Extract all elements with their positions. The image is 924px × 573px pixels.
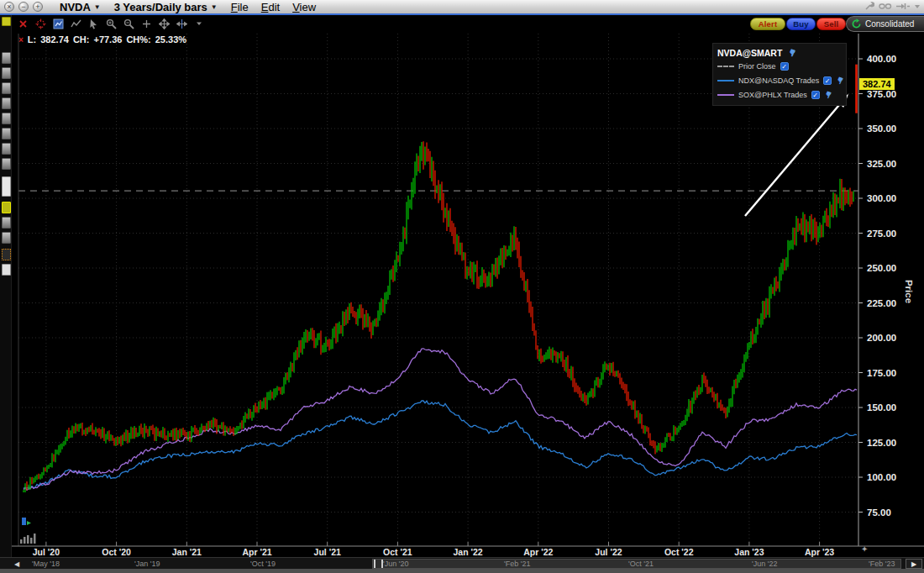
- pan-icon[interactable]: [158, 18, 170, 29]
- time-scrollbar[interactable]: ◀ 'May '18'Jan '19'Oct '19'Jun '20'Feb '…: [0, 557, 924, 569]
- date-tick-label: Oct '21: [383, 547, 412, 557]
- hand-cursor-icon[interactable]: ☛: [787, 47, 798, 58]
- menu-view[interactable]: View: [292, 1, 316, 13]
- window-bottom-edge: [0, 569, 924, 573]
- legend-item: SOX@PHLX Trades✓☛: [717, 87, 842, 102]
- legend-title: NVDA@SMART: [717, 48, 782, 58]
- scroll-right-button[interactable]: ▶: [906, 559, 922, 569]
- crosshair-icon[interactable]: [34, 18, 46, 29]
- price-tick-label: 100.00: [867, 472, 896, 482]
- scrollbar-resize-handle[interactable]: [374, 560, 383, 568]
- legend-item: Prior Close✓: [717, 59, 842, 73]
- pin-icon[interactable]: [896, 1, 910, 12]
- legend-checkbox[interactable]: ✓: [811, 91, 820, 99]
- symbol-selector[interactable]: NVDA ▼: [60, 1, 101, 13]
- tool-button-gray[interactable]: [2, 97, 11, 109]
- trendline-icon[interactable]: [70, 18, 81, 29]
- caret-down-icon[interactable]: [914, 1, 921, 12]
- window-close-button[interactable]: ×: [4, 2, 14, 12]
- tool-button-gray[interactable]: [2, 113, 11, 124]
- tool-button-gray[interactable]: [2, 158, 11, 170]
- wrench-icon[interactable]: [864, 1, 874, 12]
- tool-button-white[interactable]: [2, 264, 11, 276]
- tool-button-orange[interactable]: [2, 249, 11, 260]
- price-tick-label: 150.00: [867, 402, 896, 413]
- tool-button-gray[interactable]: [2, 232, 11, 244]
- menu-edit[interactable]: Edit: [261, 1, 280, 13]
- window-minimize-button[interactable]: −: [18, 2, 29, 12]
- solid-line-sample: [717, 80, 734, 81]
- quote-line: × L: 382.74 CH: +77.36 CH%: 25.33%: [18, 34, 186, 45]
- volume-icon: [34, 534, 36, 544]
- tool-button-gray[interactable]: [2, 128, 11, 139]
- window-controls: × − +: [4, 2, 43, 12]
- plus-icon[interactable]: [140, 18, 152, 29]
- tool-button-gray[interactable]: [2, 67, 11, 79]
- hand-cursor-icon[interactable]: ☛: [834, 75, 845, 86]
- tool-button-gray[interactable]: [2, 143, 11, 155]
- tool-button-gray[interactable]: [2, 52, 11, 64]
- last-label: L:: [28, 34, 36, 45]
- scrollbar-date-label: 'Feb '21: [504, 560, 530, 568]
- hand-cursor-icon[interactable]: ☛: [822, 89, 833, 100]
- consolidated-label: Consolidated: [865, 19, 914, 29]
- price-tick-label: 300.00: [867, 193, 896, 203]
- tool-button-yellow[interactable]: [2, 202, 11, 213]
- window-zoom-button[interactable]: +: [33, 2, 43, 12]
- timeframe-selector[interactable]: 3 Years/Daily bars ▼: [114, 1, 218, 13]
- legend-checkbox[interactable]: ✓: [823, 76, 832, 85]
- symbol-label: NVDA: [60, 1, 91, 13]
- dashed-line-sample: [717, 66, 734, 67]
- zoom-in-icon[interactable]: [105, 18, 117, 29]
- volume-icon: [27, 535, 29, 544]
- volume-icon: [24, 537, 26, 544]
- nvda-bars: [24, 141, 853, 492]
- buy-button[interactable]: Buy: [786, 18, 816, 30]
- ndx-line: [24, 401, 857, 488]
- scrollbar-date-label: 'Jun '20: [383, 560, 408, 568]
- date-tick-label: Oct '20: [102, 547, 131, 557]
- scrollbar-date-label: 'Jan '19: [134, 560, 160, 568]
- consolidated-badge[interactable]: Consolidated: [846, 16, 924, 32]
- legend-item-label: Prior Close: [738, 62, 776, 71]
- change-value: +77.36: [93, 34, 122, 45]
- zoom-out-icon[interactable]: [123, 18, 134, 29]
- axis-corner-marker[interactable]: ✦: [861, 544, 868, 554]
- link-icon[interactable]: [879, 1, 892, 12]
- scrollbar-date-label: 'May '18: [32, 560, 60, 568]
- legend-item: NDX@NASDAQ Trades✓☛: [717, 73, 842, 87]
- caret-down-icon[interactable]: [193, 18, 205, 29]
- close-icon[interactable]: ×: [18, 35, 24, 45]
- scroll-left-arrow[interactable]: ◀: [14, 560, 19, 568]
- menu-file[interactable]: File: [231, 1, 249, 13]
- date-tick-label: Jan '22: [454, 547, 483, 557]
- cursor-icon[interactable]: [87, 18, 99, 29]
- axes: 400.00375.00350.00325.00300.00275.00250.…: [0, 34, 924, 557]
- change-label: CH:: [73, 34, 90, 45]
- tool-button-gray[interactable]: [2, 82, 11, 94]
- chart-type-icon[interactable]: [52, 18, 64, 29]
- last-price-tag: 382.74: [859, 78, 895, 90]
- tool-button-yellow-flag[interactable]: [2, 17, 11, 26]
- horizontal-pan-icon[interactable]: [176, 18, 187, 29]
- chevron-down-icon: ▼: [94, 3, 101, 11]
- scrollbar-date-label: 'Oct '19: [250, 560, 276, 568]
- close-icon[interactable]: [17, 18, 29, 29]
- timeframe-label: 3 Years/Daily bars: [114, 1, 207, 13]
- date-tick-label: Apr '22: [523, 547, 553, 557]
- date-tick-label: Apr '21: [242, 547, 271, 557]
- sell-button[interactable]: Sell: [816, 18, 846, 30]
- annotation-tool-icon: [22, 518, 26, 525]
- legend-checkbox[interactable]: ✓: [780, 62, 789, 71]
- date-tick-label: Apr '23: [805, 547, 834, 557]
- tool-button-gray[interactable]: [2, 217, 11, 229]
- last-value: 382.74: [40, 34, 69, 45]
- menubar: FileEditView: [231, 1, 316, 13]
- change-pct-label: CH%:: [126, 34, 150, 45]
- alert-button[interactable]: Alert: [750, 18, 785, 30]
- chart-corner-tools[interactable]: [20, 518, 36, 544]
- change-pct-value: 25.33%: [155, 34, 186, 45]
- legend-item-label: NDX@NASDAQ Trades: [738, 76, 819, 85]
- date-tick-label: Jul '21: [314, 547, 341, 557]
- tool-button-white-tall[interactable]: [2, 176, 11, 197]
